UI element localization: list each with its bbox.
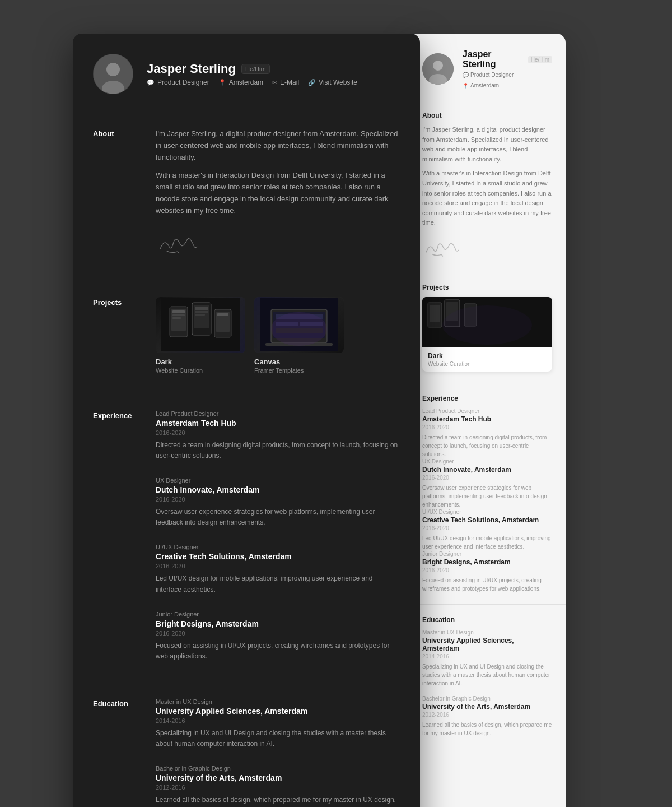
signature xyxy=(156,230,200,258)
exp-period-0: 2016-2020 xyxy=(156,429,400,436)
email-icon: ✉ xyxy=(272,79,277,86)
about-para-1: I'm Jasper Sterling, a digital product d… xyxy=(156,128,400,163)
project-canvas-type: Framer Templates xyxy=(254,367,344,374)
svg-rect-8 xyxy=(172,314,185,316)
project-card-dark[interactable]: Dark Website Curation xyxy=(156,297,245,374)
secondary-exp-company-1: Dutch Innovate, Amsterdam xyxy=(422,466,552,474)
about-label: About xyxy=(93,128,138,261)
secondary-project-name: Dark xyxy=(422,347,552,361)
exp-role-1: UX Designer xyxy=(156,477,400,484)
secondary-exp-period-0: 2016-2020 xyxy=(422,424,552,430)
secondary-edu-school-1: University of the Arts, Amsterdam xyxy=(422,703,552,711)
secondary-exp-role-3: Junior Designer xyxy=(422,551,552,557)
education-content: Master in UX Design University Applied S… xyxy=(156,698,400,806)
svg-rect-32 xyxy=(430,305,440,322)
profile-name: Jasper Sterling xyxy=(147,62,236,76)
project-dark-name: Dark xyxy=(156,358,245,366)
secondary-exp-desc-2: Led UI/UX design for mobile applications… xyxy=(422,534,552,551)
experience-section: Experience Lead Product Designer Amsterd… xyxy=(73,392,420,681)
project-canvas-name: Canvas xyxy=(254,358,344,366)
secondary-exp-desc-0: Directed a team in designing digital pro… xyxy=(422,433,552,458)
experience-label: Experience xyxy=(93,410,138,662)
meta-website[interactable]: 🔗 Visit Website xyxy=(308,78,357,86)
main-profile-card: Jasper Sterling He/Him 💬 Product Designe… xyxy=(73,34,420,807)
secondary-edu-desc-1: Learned all the basics of design, which … xyxy=(422,721,552,738)
edu-degree-0: Master in UX Design xyxy=(156,698,400,705)
exp-period-2: 2016-2020 xyxy=(156,563,400,569)
experience-content: Lead Product Designer Amsterdam Tech Hub… xyxy=(156,410,400,662)
education-section: Education Master in UX Design University… xyxy=(73,680,420,807)
profile-meta: 💬 Product Designer 📍 Amsterdam ✉ E-Mail … xyxy=(147,78,400,86)
secondary-edu-degree-0: Master in UX Design xyxy=(422,629,552,636)
experience-item-0: Lead Product Designer Amsterdam Tech Hub… xyxy=(156,410,400,461)
meta-email[interactable]: ✉ E-Mail xyxy=(272,78,299,86)
secondary-meta-title: 💬 Product Designer xyxy=(463,72,514,78)
secondary-experience-section: Experience Lead Product Designer Amsterd… xyxy=(409,383,566,605)
secondary-profile-header: Jasper Sterling He/Him 💬 Product Designe… xyxy=(409,34,566,100)
education-item-0: Master in UX Design University Applied S… xyxy=(156,698,400,749)
profile-name-row: Jasper Sterling He/Him xyxy=(147,62,400,76)
projects-section: Projects xyxy=(73,279,420,392)
svg-point-28 xyxy=(433,61,443,71)
secondary-edu-period-1: 2012-2016 xyxy=(422,712,552,718)
exp-role-0: Lead Product Designer xyxy=(156,410,400,417)
edu-period-0: 2014-2016 xyxy=(156,717,400,724)
profile-info: Jasper Sterling He/Him 💬 Product Designe… xyxy=(147,62,400,86)
secondary-projects-label: Projects xyxy=(422,284,552,291)
secondary-pronouns: He/Him xyxy=(528,56,552,63)
edu-school-1: University of the Arts, Amsterdam xyxy=(156,773,400,782)
secondary-about-para-1: I'm Jasper Sterling, a digital product d… xyxy=(422,125,552,164)
education-label: Education xyxy=(93,698,138,806)
secondary-exp-company-2: Creative Tech Solutions, Amsterdam xyxy=(422,516,552,524)
secondary-edu-school-0: University Applied Sciences, Amsterdam xyxy=(422,637,552,652)
pronouns-badge: He/Him xyxy=(241,64,270,74)
experience-item-1: UX Designer Dutch Innovate, Amsterdam 20… xyxy=(156,477,400,528)
exp-desc-3: Focused on assisting in UI/UX projects, … xyxy=(156,641,400,662)
svg-rect-7 xyxy=(172,310,185,313)
secondary-exp-company-0: Amsterdam Tech Hub xyxy=(422,415,552,423)
secondary-exp-item-3: Junior Designer Bright Designs, Amsterda… xyxy=(422,551,552,593)
edu-school-0: University Applied Sciences, Amsterdam xyxy=(156,707,400,716)
svg-rect-14 xyxy=(195,314,205,316)
svg-point-26 xyxy=(271,312,327,346)
meta-location: 📍 Amsterdam xyxy=(218,78,263,86)
secondary-exp-role-2: UI/UX Designer xyxy=(422,509,552,515)
about-content: I'm Jasper Sterling, a digital product d… xyxy=(156,128,400,261)
exp-desc-1: Oversaw user experience strategies for w… xyxy=(156,507,400,528)
secondary-education-label: Education xyxy=(422,616,552,624)
chat-icon: 💬 xyxy=(147,79,155,86)
secondary-exp-item-1: UX Designer Dutch Innovate, Amsterdam 20… xyxy=(422,458,552,509)
secondary-exp-item-0: Lead Product Designer Amsterdam Tech Hub… xyxy=(422,408,552,458)
globe-icon: 🔗 xyxy=(308,79,316,86)
exp-company-3: Bright Designs, Amsterdam xyxy=(156,619,400,628)
edu-period-1: 2012-2016 xyxy=(156,784,400,791)
svg-rect-9 xyxy=(172,317,181,319)
secondary-education-section: Education Master in UX Design University… xyxy=(409,605,566,757)
secondary-edu-degree-1: Bachelor in Graphic Design xyxy=(422,695,552,702)
exp-period-1: 2016-2020 xyxy=(156,496,400,503)
experience-item-2: UI/UX Designer Creative Tech Solutions, … xyxy=(156,544,400,595)
secondary-avatar xyxy=(422,53,454,85)
secondary-project-dark-thumb xyxy=(422,297,552,347)
experience-item-3: Junior Designer Bright Designs, Amsterda… xyxy=(156,611,400,662)
exp-company-0: Amsterdam Tech Hub xyxy=(156,419,400,428)
exp-role-3: Junior Designer xyxy=(156,611,400,618)
avatar xyxy=(93,54,133,94)
exp-period-3: 2016-2020 xyxy=(156,630,400,637)
project-card-canvas[interactable]: Canvas Framer Templates xyxy=(254,297,344,374)
secondary-edu-period-0: 2014-2016 xyxy=(422,653,552,660)
exp-company-1: Dutch Innovate, Amsterdam xyxy=(156,485,400,494)
secondary-about-section: About I'm Jasper Sterling, a digital pro… xyxy=(409,100,566,272)
edu-degree-1: Bachelor in Graphic Design xyxy=(156,765,400,772)
secondary-edu-item-0: Master in UX Design University Applied S… xyxy=(422,629,552,688)
project-dark-type: Website Curation xyxy=(156,367,245,374)
secondary-project-dark-card[interactable]: Dark Website Curation xyxy=(422,297,552,372)
about-section: About I'm Jasper Sterling, a digital pro… xyxy=(73,110,420,279)
exp-company-2: Creative Tech Solutions, Amsterdam xyxy=(156,552,400,561)
secondary-edu-item-1: Bachelor in Graphic Design University of… xyxy=(422,695,552,738)
project-dark-thumbnail xyxy=(156,297,245,353)
svg-point-1 xyxy=(106,63,120,76)
projects-grid: Dark Website Curation xyxy=(156,297,400,374)
project-canvas-thumbnail xyxy=(254,297,344,353)
edu-desc-1: Learned all the basics of design, which … xyxy=(156,795,400,805)
